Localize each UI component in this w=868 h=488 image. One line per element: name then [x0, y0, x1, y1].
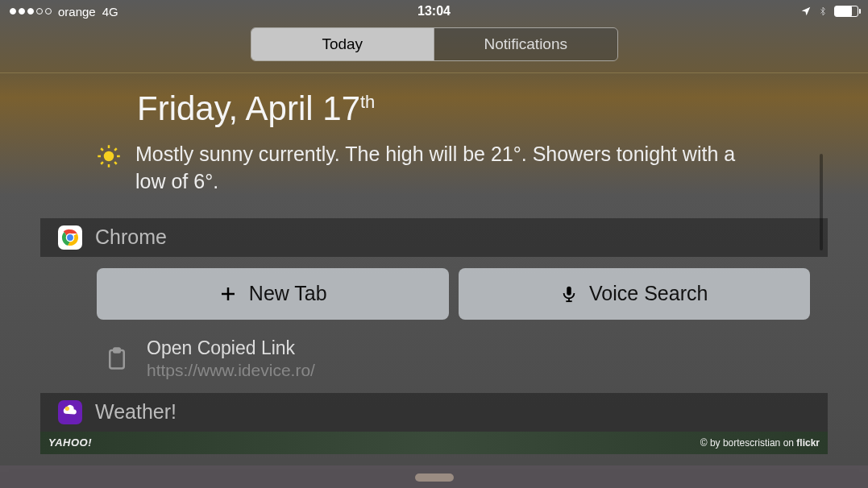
date-ordinal: th — [360, 92, 375, 112]
svg-point-18 — [65, 406, 70, 411]
voice-search-label: Voice Search — [589, 282, 708, 305]
copied-link-title: Open Copied Link — [147, 337, 315, 359]
location-icon — [800, 6, 812, 17]
status-time: 13:04 — [417, 4, 451, 19]
weather-image-strip: YAHOO! © by bortescristian on flickr — [40, 432, 828, 454]
new-tab-label: New Tab — [249, 282, 327, 305]
copied-link-text: Open Copied Link https://www.idevice.ro/ — [147, 337, 315, 380]
weather-summary-text: Mostly sunny currently. The high will be… — [135, 141, 764, 196]
sun-icon — [97, 144, 121, 168]
photo-credit: © by bortescristian on flickr — [700, 437, 820, 449]
svg-line-7 — [101, 162, 103, 164]
weather-widget-header: Weather! — [40, 393, 828, 432]
bottom-bar — [0, 465, 868, 488]
chrome-app-icon — [58, 225, 82, 250]
chrome-widget-title: Chrome — [95, 225, 167, 249]
yahoo-weather-app-icon — [58, 400, 82, 424]
date-row: Friday, April 17th — [0, 73, 868, 136]
network-label: 4G — [102, 5, 118, 19]
status-left: orange 4G — [10, 5, 118, 19]
flickr-brand: flickr — [796, 437, 820, 449]
today-content: Friday, April 17th Mostly sunny currentl… — [0, 73, 868, 454]
plus-icon — [218, 284, 238, 304]
scroll-indicator[interactable] — [820, 154, 823, 250]
battery-icon — [834, 6, 858, 17]
svg-line-4 — [114, 162, 117, 164]
credit-prefix: © by bortescristian on — [700, 437, 797, 449]
carrier-label: orange — [58, 5, 96, 19]
date-main: Friday, April 17 — [137, 89, 360, 127]
bluetooth-icon — [818, 5, 828, 18]
grabber-handle[interactable] — [415, 474, 454, 482]
svg-line-8 — [114, 148, 117, 151]
clipboard-icon — [105, 344, 129, 373]
copied-link-row[interactable]: Open Copied Link https://www.idevice.ro/ — [40, 331, 828, 393]
tab-today[interactable]: Today — [251, 28, 434, 60]
weather-widget-title: Weather! — [95, 400, 177, 424]
chrome-widget-header: Chrome — [40, 218, 828, 257]
chrome-widget: Chrome New Tab Voice Search Open Copied … — [40, 218, 828, 393]
new-tab-button[interactable]: New Tab — [97, 268, 449, 320]
voice-search-button[interactable]: Voice Search — [459, 268, 811, 320]
date-text: Friday, April 17th — [137, 89, 375, 127]
weather-summary-row: Mostly sunny currently. The high will be… — [0, 136, 868, 218]
segmented-control: Today Notifications — [0, 23, 868, 72]
status-right — [800, 5, 858, 18]
chrome-buttons-row: New Tab Voice Search — [40, 257, 828, 331]
status-bar: orange 4G 13:04 — [0, 0, 868, 23]
yahoo-logo: YAHOO! — [48, 436, 92, 449]
svg-line-3 — [101, 148, 103, 151]
signal-strength-icon — [10, 8, 52, 14]
copied-link-url: https://www.idevice.ro/ — [147, 361, 315, 380]
svg-point-0 — [104, 151, 114, 162]
tab-notifications[interactable]: Notifications — [434, 28, 617, 60]
svg-rect-17 — [114, 349, 120, 353]
microphone-icon — [560, 283, 578, 304]
